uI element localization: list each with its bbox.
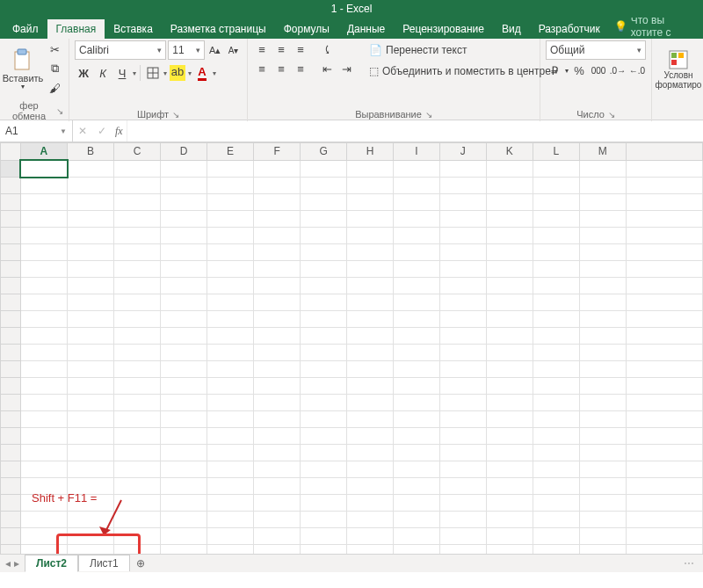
cell[interactable] xyxy=(20,311,68,328)
decrease-font-icon[interactable]: A▾ xyxy=(225,41,242,59)
cell[interactable] xyxy=(347,178,394,194)
cell[interactable] xyxy=(394,178,440,194)
cell[interactable] xyxy=(301,361,347,378)
row-header[interactable] xyxy=(1,311,21,328)
tab-formulas[interactable]: Формулы xyxy=(275,19,338,39)
alignment-launcher-icon[interactable]: ↘ xyxy=(425,110,432,120)
cell[interactable] xyxy=(254,244,301,261)
cell[interactable] xyxy=(626,228,702,244)
cell[interactable] xyxy=(579,361,626,378)
orientation-icon[interactable]: ⤹ xyxy=(318,40,336,58)
cell[interactable] xyxy=(486,411,533,428)
tab-layout[interactable]: Разметка страницы xyxy=(162,19,275,39)
cell[interactable] xyxy=(439,294,486,311)
number-launcher-icon[interactable]: ↘ xyxy=(608,110,615,120)
cell[interactable] xyxy=(114,395,161,411)
cell[interactable] xyxy=(533,311,579,328)
cell[interactable] xyxy=(579,478,626,495)
cell[interactable] xyxy=(579,378,626,395)
cell[interactable] xyxy=(301,478,347,495)
cell[interactable] xyxy=(486,278,533,294)
col-header[interactable]: I xyxy=(394,143,440,161)
cell[interactable] xyxy=(68,278,114,294)
row-header[interactable] xyxy=(1,160,21,178)
row-header[interactable] xyxy=(1,211,21,228)
cell[interactable] xyxy=(394,361,440,378)
cell[interactable] xyxy=(626,395,702,411)
row-header[interactable] xyxy=(1,194,21,211)
cell[interactable] xyxy=(439,178,486,194)
cell[interactable] xyxy=(486,261,533,278)
cell[interactable] xyxy=(486,194,533,211)
cell[interactable] xyxy=(301,528,347,545)
cell[interactable] xyxy=(626,294,702,311)
cell[interactable] xyxy=(533,445,579,461)
cell[interactable] xyxy=(161,478,207,495)
cell[interactable] xyxy=(626,211,702,228)
cell[interactable] xyxy=(20,445,68,461)
cell[interactable] xyxy=(114,512,161,528)
fill-color-icon[interactable]: ab xyxy=(169,64,186,82)
tab-data[interactable]: Данные xyxy=(338,19,394,39)
cell[interactable] xyxy=(347,311,394,328)
cell[interactable] xyxy=(254,478,301,495)
cell[interactable] xyxy=(114,461,161,478)
col-header[interactable] xyxy=(626,143,702,161)
row-header[interactable] xyxy=(1,361,21,378)
cell[interactable] xyxy=(579,278,626,294)
cell[interactable] xyxy=(486,361,533,378)
cell[interactable] xyxy=(347,528,394,545)
cell[interactable] xyxy=(20,528,68,545)
cell[interactable] xyxy=(254,378,301,395)
cell[interactable] xyxy=(207,160,254,178)
cell[interactable] xyxy=(161,278,207,294)
cell[interactable] xyxy=(626,512,702,528)
decrease-indent-icon[interactable]: ⇤ xyxy=(318,60,336,77)
cell[interactable] xyxy=(394,211,440,228)
col-header[interactable]: D xyxy=(161,143,207,161)
cell[interactable] xyxy=(394,328,440,345)
cell[interactable] xyxy=(20,211,68,228)
cell[interactable] xyxy=(626,244,702,261)
cell[interactable] xyxy=(486,478,533,495)
cell[interactable] xyxy=(486,461,533,478)
cell[interactable] xyxy=(68,395,114,411)
cell[interactable] xyxy=(439,495,486,512)
cell[interactable] xyxy=(347,211,394,228)
cell[interactable] xyxy=(207,361,254,378)
cell[interactable] xyxy=(347,512,394,528)
cell[interactable] xyxy=(207,311,254,328)
cell[interactable] xyxy=(68,244,114,261)
cell[interactable] xyxy=(579,160,626,178)
cell[interactable] xyxy=(347,478,394,495)
align-left-icon[interactable]: ≡ xyxy=(253,60,271,77)
cell[interactable] xyxy=(486,228,533,244)
cell[interactable] xyxy=(486,311,533,328)
cell[interactable] xyxy=(254,160,301,178)
cell[interactable] xyxy=(114,294,161,311)
cell[interactable] xyxy=(439,311,486,328)
cell[interactable] xyxy=(68,512,114,528)
cell[interactable] xyxy=(20,178,68,194)
cell[interactable] xyxy=(533,278,579,294)
col-header[interactable]: M xyxy=(579,143,626,161)
cell[interactable] xyxy=(161,495,207,512)
cell[interactable] xyxy=(114,411,161,428)
cell[interactable] xyxy=(114,160,161,178)
cell[interactable] xyxy=(347,345,394,361)
cell[interactable] xyxy=(68,261,114,278)
cell[interactable] xyxy=(161,445,207,461)
cell[interactable] xyxy=(254,395,301,411)
cell[interactable] xyxy=(301,345,347,361)
cell[interactable] xyxy=(161,428,207,445)
cell[interactable] xyxy=(394,244,440,261)
cell[interactable] xyxy=(161,244,207,261)
cell[interactable] xyxy=(20,244,68,261)
cell[interactable] xyxy=(533,478,579,495)
cell[interactable] xyxy=(439,211,486,228)
cell[interactable] xyxy=(626,311,702,328)
sheet-nav-prev-icon[interactable]: ◂ xyxy=(5,557,11,570)
cell[interactable] xyxy=(301,328,347,345)
cell[interactable] xyxy=(579,428,626,445)
cell[interactable] xyxy=(626,178,702,194)
